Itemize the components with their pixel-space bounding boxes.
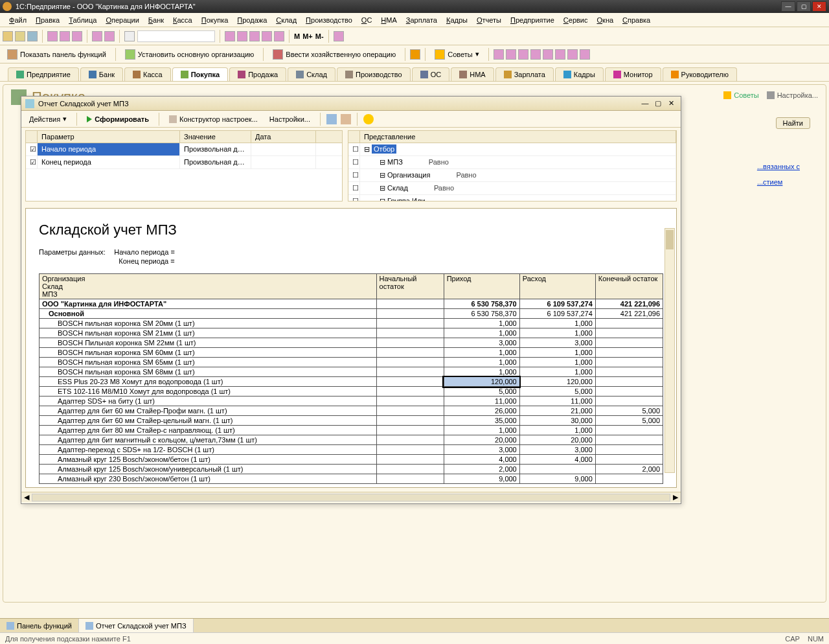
menu-item-склад[interactable]: Склад [272,15,301,25]
extra-icon-2[interactable] [506,49,516,60]
table-row[interactable]: BOSCH пильная коронка SM 60мм (1 шт)1,00… [40,348,663,358]
report-table[interactable]: Организация Склад МПЗ Начальный остаток … [39,273,663,484]
constructor-button[interactable]: Конструктор настроек... [165,114,262,124]
search-icon[interactable] [124,31,135,41]
menu-item-нма[interactable]: НМА [377,15,400,25]
nav-tab-5[interactable]: Склад [288,67,335,81]
tool-icon-b[interactable] [341,114,351,124]
menu-item-ос[interactable]: ОС [358,15,376,25]
find-button[interactable]: Найти [776,117,810,129]
tool-icon-a[interactable] [326,114,337,124]
table-row[interactable]: Адаптер для бит 60 мм Стайер-цельный маг… [40,416,663,426]
new-icon[interactable] [3,31,13,41]
menu-item-предприятие[interactable]: Предприятие [506,15,558,25]
cut-icon[interactable] [47,31,58,41]
wrench-icon[interactable] [334,31,344,41]
nav-tab-0[interactable]: Предприятие [8,67,79,81]
extra-icon-3[interactable] [518,49,528,60]
menu-item-файл[interactable]: Файл [5,15,30,25]
horizontal-scrollbar[interactable]: ◀▶ [21,492,681,502]
table-row[interactable]: BOSCH пильная коронка SM 21мм (1 шт)1,00… [40,328,663,338]
param-row[interactable]: ☑Конец периодаПроизвольная дата [26,156,342,169]
enter-business-operation-button[interactable]: Ввести хозяйственную операцию [268,47,400,62]
related-link-1[interactable]: ...вязанных с [757,163,800,170]
open-icon[interactable] [15,31,25,41]
maximize-button[interactable]: ▢ [797,1,811,12]
nav-tab-12[interactable]: Руководителю [663,67,737,81]
table-row[interactable]: Алмазный круг 125 Bosch/эконом/универсал… [40,465,663,474]
preview-icon[interactable] [104,31,115,41]
related-link-2[interactable]: ...стием [757,178,783,186]
extra-icon-7[interactable] [567,49,578,60]
tool-icon-2[interactable] [237,31,247,41]
nav-tab-11[interactable]: Монитор [605,67,661,81]
menu-item-зарплата[interactable]: Зарплата [402,15,441,25]
table-row[interactable]: Алмазный круг 230 Bosch/эконом/бетон (1 … [40,474,663,484]
nav-tab-2[interactable]: Касса [124,67,171,81]
help-icon[interactable] [363,114,374,124]
copy-icon[interactable] [60,31,70,41]
menu-item-производство[interactable]: Производство [302,15,356,25]
report-window-titlebar[interactable]: Отчет Складской учет МПЗ — ▢ ✕ [21,97,681,111]
table-row[interactable]: ESS Plus 20-23 M8 Хомут для водопровода … [40,377,663,387]
table-row[interactable]: Адаптер для бит магнитный с кольцом, ц/м… [40,435,663,445]
menu-item-сервис[interactable]: Сервис [560,15,592,25]
calendar-icon[interactable] [262,31,272,41]
table-row[interactable]: BOSCH пильная коронка SM 20мм (1 шт)1,00… [40,319,663,328]
nav-tab-6[interactable]: Производство [337,67,411,81]
menu-item-покупка[interactable]: Покупка [198,15,233,25]
filter-row[interactable]: ☐⊟ Группа Или [348,195,676,201]
nav-tab-8[interactable]: НМА [451,67,494,81]
settings-button[interactable]: Настройки... [266,114,314,124]
table-row[interactable]: Основной6 530 758,3706 109 537,274421 22… [40,309,663,319]
filter-row[interactable]: ☐⊟ ОрганизацияРавно [348,169,676,182]
table-row[interactable]: ООО "Картинка для ИНФОСТАРТА"6 530 758,3… [40,299,663,309]
nav-tab-4[interactable]: Продажа [229,67,286,81]
table-row[interactable]: Адаптер для бит 80 мм Стайер-с направляю… [40,426,663,435]
menu-item-касса[interactable]: Касса [169,15,196,25]
table-row[interactable]: Адаптер для бит 60 мм Стайер-Профи магн.… [40,406,663,416]
table-row[interactable]: ETS 102-116 М8/М10 Хомут для водопровода… [40,387,663,397]
m-plus-button[interactable]: M+ [302,32,313,40]
menu-item-продажа[interactable]: Продажа [233,15,271,25]
rw-close-button[interactable]: ✕ [665,99,677,108]
footer-tab[interactable]: Отчет Складской учет МПЗ [79,619,194,632]
table-row[interactable]: BOSCH пильная коронка SM 65мм (1 шт)1,00… [40,358,663,367]
param-row[interactable]: ☑Начало периодаПроизвольная дата [26,143,342,156]
tips-link[interactable]: Советы [723,91,758,99]
filter-row[interactable]: ☐⊟ МПЗРавно [348,156,676,169]
save-icon[interactable] [27,31,38,41]
extra-icon-6[interactable] [555,49,565,60]
table-row[interactable]: Адаптер-переход с SDS+ на 1/2- BOSCH (1 … [40,445,663,455]
table-row[interactable]: BOSCH пильная коронка SM 68мм (1 шт)1,00… [40,367,663,377]
extra-icon-4[interactable] [530,49,541,60]
nav-tab-10[interactable]: Кадры [555,67,604,81]
nav-tab-1[interactable]: Банк [80,67,123,81]
filter-row[interactable]: ☐⊟ Отбор [348,143,676,156]
menu-item-кадры[interactable]: Кадры [442,15,471,25]
paste-icon[interactable] [72,31,82,41]
rw-minimize-button[interactable]: — [639,99,651,108]
menu-item-таблица[interactable]: Таблица [65,15,100,25]
close-button[interactable]: ✕ [812,1,826,12]
actions-menu[interactable]: Действия ▾ [25,113,71,124]
menu-item-справка[interactable]: Справка [619,15,654,25]
rw-maximize-button[interactable]: ▢ [652,99,664,108]
tool-icon-3[interactable] [249,31,260,41]
minimize-button[interactable]: — [781,1,795,12]
menu-item-операции[interactable]: Операции [102,15,142,25]
set-main-org-button[interactable]: Установить основную организацию [120,47,259,62]
print-icon[interactable] [92,31,102,41]
extra-icon-5[interactable] [543,49,553,60]
footer-tab[interactable]: Панель функций [0,619,79,632]
tool-icon-1[interactable] [225,31,235,41]
show-function-panel-button[interactable]: Показать панель функций [3,47,111,62]
generate-button[interactable]: Сформировать [83,114,153,124]
menu-item-окна[interactable]: Окна [593,15,618,25]
settings-link[interactable]: Настройка... [767,91,818,99]
table-row[interactable]: BOSCH Пильная коронка SM 22мм (1 шт)3,00… [40,338,663,348]
filter-row[interactable]: ☐⊟ СкладРавно [348,182,676,195]
nav-tab-7[interactable]: ОС [412,67,450,81]
nav-tab-9[interactable]: Зарплата [495,67,554,81]
extra-icon-8[interactable] [580,49,590,60]
